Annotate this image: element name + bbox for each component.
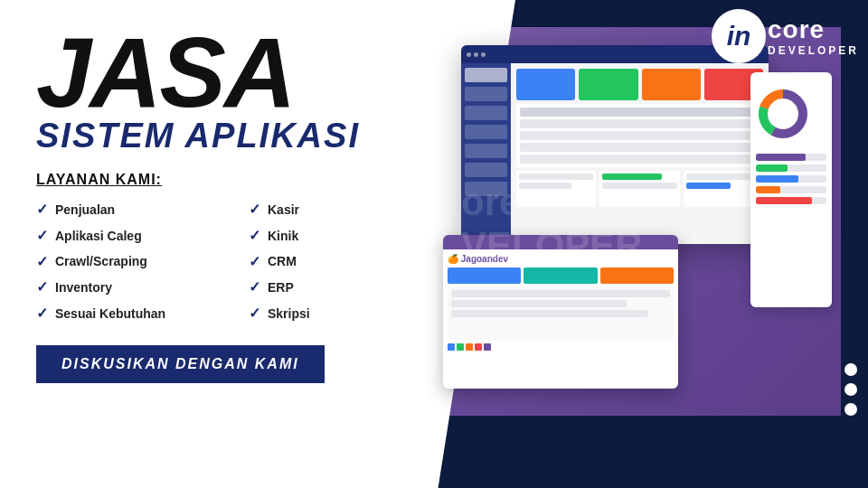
logo-in-text: in xyxy=(727,21,751,52)
service-inventory-label: Inventory xyxy=(55,277,112,299)
service-sesuai: ✓ Sesuai Kebutuhan xyxy=(36,301,231,327)
chart-area xyxy=(750,72,832,307)
sc-dot-5 xyxy=(484,343,491,351)
table-row-mock-2 xyxy=(520,131,760,140)
topbar-dot-3 xyxy=(481,52,486,57)
service-inventory: ✓ Inventory xyxy=(36,275,231,301)
content-table xyxy=(516,104,763,167)
main-container: in core DEVELOPER JASA SISTEM APLIKASI L… xyxy=(0,0,868,488)
service-kasir: ✓ Kasir xyxy=(249,197,443,223)
bc1-row1 xyxy=(519,174,593,180)
check-icon-8: ✓ xyxy=(249,249,260,276)
bar-fill-4 xyxy=(756,186,780,193)
logo-area: in core DEVELOPER xyxy=(712,9,859,63)
service-kinik: ✓ Kinik xyxy=(249,223,443,249)
donut-chart xyxy=(756,87,810,141)
dot-3 xyxy=(844,403,857,416)
check-icon-6: ✓ xyxy=(249,197,260,223)
bar-fill-5 xyxy=(756,197,812,204)
chart-bar-3 xyxy=(756,175,826,183)
sc-color-dots xyxy=(448,343,674,351)
bc3-row1 xyxy=(686,174,760,180)
chart-bar-2 xyxy=(756,164,826,172)
logo-text-block: core DEVELOPER xyxy=(768,15,859,57)
left-content: JASA SISTEM APLIKASI LAYANAN KAMI: ✓ Pen… xyxy=(0,0,479,488)
check-icon-4: ✓ xyxy=(36,275,48,301)
service-crawling-label: Crawl/Scraping xyxy=(55,250,147,273)
cta-button[interactable]: DISKUSIKAN DENGAN KAMI xyxy=(36,345,325,383)
services-col1: ✓ Penjualan ✓ Aplikasi Caleg ✓ Crawl/Scr… xyxy=(36,197,231,327)
sc-table xyxy=(448,286,674,341)
stat-green xyxy=(579,69,637,100)
chart-bar-5 xyxy=(756,197,826,204)
stat-blue xyxy=(516,69,575,100)
three-dots xyxy=(844,363,857,416)
jasa-title: JASA xyxy=(36,27,443,117)
logo-developer-text: DEVELOPER xyxy=(768,44,859,57)
service-kinik-label: Kinik xyxy=(268,225,298,248)
sc-row-1 xyxy=(448,267,674,284)
service-penjualan: ✓ Penjualan xyxy=(36,197,231,223)
service-sesuai-label: Sesuai Kebutuhan xyxy=(55,303,165,325)
check-icon-2: ✓ xyxy=(36,223,48,249)
sc-table-row1 xyxy=(451,290,670,297)
service-caleg: ✓ Aplikasi Caleg xyxy=(36,223,231,249)
table-header-mock xyxy=(520,108,760,117)
logo-circle: in xyxy=(712,9,766,63)
service-kasir-label: Kasir xyxy=(268,199,299,221)
check-icon-1: ✓ xyxy=(36,197,48,223)
bar-fill-3 xyxy=(756,175,798,183)
check-icon-3: ✓ xyxy=(36,249,48,276)
purple-brand-text: ore VELOPER xyxy=(461,181,643,267)
purple-text-line1: ore xyxy=(461,181,643,224)
service-skripsi: ✓ Skripsi xyxy=(249,301,443,327)
service-erp-label: ERP xyxy=(268,277,294,299)
stat-orange xyxy=(642,69,701,100)
check-icon-10: ✓ xyxy=(249,301,260,327)
service-penjualan-label: Penjualan xyxy=(55,199,115,221)
service-crm-label: CRM xyxy=(268,250,297,273)
purple-text-line2: VELOPER xyxy=(461,224,643,267)
dot-1 xyxy=(844,363,857,376)
stat-row xyxy=(516,69,763,100)
table-row-mock-3 xyxy=(520,143,760,152)
check-icon-5: ✓ xyxy=(36,301,48,327)
service-crawling: ✓ Crawl/Scraping xyxy=(36,249,231,276)
service-erp: ✓ ERP xyxy=(249,275,443,301)
bar-fill-2 xyxy=(756,164,788,172)
bar-fill-1 xyxy=(756,154,806,161)
check-icon-7: ✓ xyxy=(249,223,260,249)
logo-core-text: core xyxy=(768,15,859,44)
services-col2: ✓ Kasir ✓ Kinik ✓ CRM ✓ ERP ✓ Skripsi xyxy=(249,197,443,327)
layanan-title: LAYANAN KAMI: xyxy=(36,172,443,188)
chart-bar-1 xyxy=(756,154,826,161)
services-grid: ✓ Penjualan ✓ Aplikasi Caleg ✓ Crawl/Scr… xyxy=(36,197,443,327)
sc-card-3 xyxy=(600,267,674,284)
table-row-mock-1 xyxy=(520,119,760,128)
sc-card-2 xyxy=(524,267,597,284)
check-icon-9: ✓ xyxy=(249,275,260,301)
bc2-row1 xyxy=(602,174,662,180)
bc3-row2 xyxy=(686,183,731,189)
service-caleg-label: Aplikasi Caleg xyxy=(55,225,142,248)
table-row-mock-4 xyxy=(520,155,760,164)
sistem-subtitle: SISTEM APLIKASI xyxy=(36,117,443,155)
chart-bar-4 xyxy=(756,186,826,193)
dot-2 xyxy=(844,383,857,396)
service-skripsi-label: Skripsi xyxy=(268,303,310,325)
sc-table-row3 xyxy=(451,310,648,317)
service-crm: ✓ CRM xyxy=(249,249,443,276)
